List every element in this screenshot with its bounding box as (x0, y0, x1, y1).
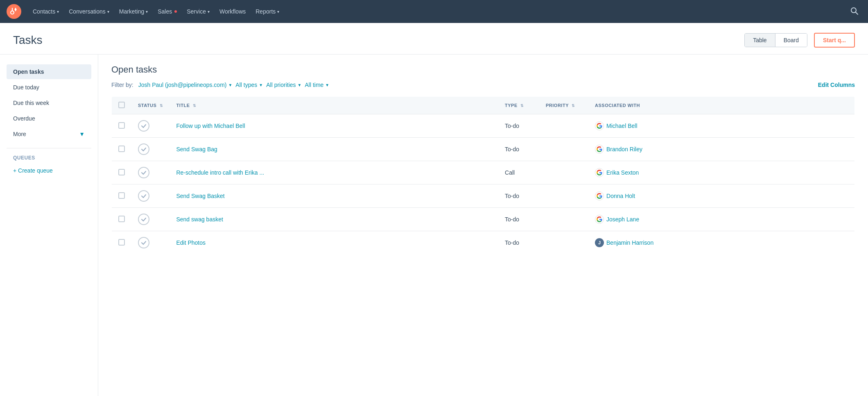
row-title-cell: Re-schedule intro call with Erika ... (170, 161, 498, 184)
row-priority-cell (539, 161, 588, 184)
sidebar-item-due-this-week[interactable]: Due this week (7, 96, 91, 110)
row-checkbox[interactable] (118, 169, 125, 175)
tasks-table-body: Follow up with Michael BellTo-doMichael … (112, 114, 855, 255)
row-title-cell: Edit Photos (170, 231, 498, 255)
nav-dot-icon (174, 10, 177, 13)
main-content: Open tasksDue todayDue this weekOverdueM… (0, 55, 868, 396)
row-title-cell: Send Swag Basket (170, 184, 498, 208)
sidebar-divider (7, 148, 91, 148)
nav-item-contacts[interactable]: Contacts▾ (28, 5, 64, 18)
task-title-link[interactable]: Send Swag Basket (176, 193, 224, 199)
avatar-icon: J (595, 238, 604, 247)
row-checkbox[interactable] (118, 239, 125, 246)
row-checkbox-cell (112, 138, 132, 161)
nav-item-service[interactable]: Service▾ (182, 5, 215, 18)
task-title-link[interactable]: Send swag basket (176, 216, 223, 223)
table-row: Re-schedule intro call with Erika ...Cal… (112, 161, 855, 184)
row-checkbox[interactable] (118, 216, 125, 222)
header-type[interactable]: TYPE ⇅ (498, 97, 539, 114)
header-associated: ASSOCIATED WITH (588, 97, 854, 114)
row-title-cell: Follow up with Michael Bell (170, 114, 498, 138)
row-checkbox[interactable] (118, 146, 125, 152)
header-priority[interactable]: PRIORITY ⇅ (539, 97, 588, 114)
row-checkbox-cell (112, 208, 132, 231)
row-checkbox-cell (112, 114, 132, 138)
row-checkbox[interactable] (118, 122, 125, 129)
associated-contact-name[interactable]: Benjamin Harrison (606, 239, 653, 246)
sidebar-item-open-tasks[interactable]: Open tasks (7, 64, 91, 79)
associated-contact-name[interactable]: Joseph Lane (606, 216, 639, 223)
nav-item-conversations[interactable]: Conversations▾ (64, 5, 114, 18)
status-circle[interactable] (138, 167, 149, 178)
row-type-cell: To-do (498, 231, 539, 255)
filter-priority-chevron: ▼ (298, 83, 302, 87)
table-row: Follow up with Michael BellTo-doMichael … (112, 114, 855, 138)
filter-user-chip[interactable]: Josh Paul (josh@pipelineops.com) ▼ (138, 82, 233, 88)
task-title-link[interactable]: Re-schedule intro call with Erika ... (176, 169, 264, 176)
nav-item-marketing[interactable]: Marketing▾ (114, 5, 153, 18)
task-title-link[interactable]: Edit Photos (176, 239, 206, 246)
nav-item-reports[interactable]: Reports▾ (251, 5, 284, 18)
row-status-cell (131, 184, 170, 208)
edit-columns-button[interactable]: Edit Columns (818, 82, 855, 88)
status-circle[interactable] (138, 190, 149, 202)
google-contact-icon (595, 191, 604, 200)
task-title-link[interactable]: Send Swag Bag (176, 146, 217, 152)
search-icon[interactable] (847, 3, 861, 20)
queues-label: QUEUES (7, 155, 91, 161)
filter-time-chevron: ▼ (325, 83, 329, 87)
row-status-cell (131, 231, 170, 255)
table-view-button[interactable]: Table (745, 34, 775, 47)
row-associated-cell: Erika Sexton (588, 161, 854, 184)
associated-contact-name[interactable]: Brandon Riley (606, 146, 642, 152)
google-contact-icon (595, 168, 604, 177)
row-type-cell: To-do (498, 184, 539, 208)
task-title-link[interactable]: Follow up with Michael Bell (176, 123, 245, 129)
filter-time-chip[interactable]: All time ▼ (305, 82, 329, 88)
table-row: Send Swag BagTo-doBrandon Riley (112, 138, 855, 161)
row-type-cell: To-do (498, 208, 539, 231)
row-associated-cell: Joseph Lane (588, 208, 854, 231)
table-row: Edit PhotosTo-doJBenjamin Harrison (112, 231, 855, 255)
table-header: STATUS ⇅ TITLE ⇅ TYPE ⇅ PRIORITY ⇅ ASSOC… (112, 97, 855, 114)
create-queue-button[interactable]: + Create queue (7, 164, 91, 177)
row-associated-cell: Brandon Riley (588, 138, 854, 161)
status-circle[interactable] (138, 120, 149, 132)
status-circle[interactable] (138, 237, 149, 248)
status-circle[interactable] (138, 214, 149, 225)
header-status[interactable]: STATUS ⇅ (131, 97, 170, 114)
row-status-cell (131, 161, 170, 184)
row-checkbox[interactable] (118, 192, 125, 199)
row-title-cell: Send swag basket (170, 208, 498, 231)
google-contact-icon (595, 215, 604, 224)
table-row: Send swag basketTo-doJoseph Lane (112, 208, 855, 231)
type-sort-icon: ⇅ (520, 104, 524, 108)
associated-contact-name[interactable]: Erika Sexton (606, 169, 639, 176)
filter-bar: Filter by: Josh Paul (josh@pipelineops.c… (111, 82, 855, 88)
associated-contact-name[interactable]: Michael Bell (606, 123, 637, 129)
status-circle[interactable] (138, 143, 149, 155)
filter-type-chevron: ▼ (259, 83, 263, 87)
select-all-checkbox[interactable] (118, 102, 125, 108)
sidebar-item-more[interactable]: More▼ (7, 127, 91, 141)
google-contact-icon (595, 145, 604, 154)
filter-priority-chip[interactable]: All priorities ▼ (266, 82, 301, 88)
filter-type-chip[interactable]: All types ▼ (235, 82, 263, 88)
board-view-button[interactable]: Board (775, 34, 807, 47)
sidebar-item-overdue[interactable]: Overdue (7, 111, 91, 126)
page-header: Tasks Table Board Start q... (0, 23, 868, 55)
nav-chevron-icon: ▾ (208, 9, 210, 14)
nav-item-sales[interactable]: Sales (153, 5, 182, 18)
row-status-cell (131, 114, 170, 138)
row-type-cell: Call (498, 161, 539, 184)
start-queue-button[interactable]: Start q... (814, 33, 855, 48)
top-navigation: Contacts▾Conversations▾Marketing▾SalesSe… (0, 0, 868, 23)
row-priority-cell (539, 231, 588, 255)
header-select-all[interactable] (112, 97, 132, 114)
hubspot-logo[interactable] (7, 4, 21, 19)
sidebar-item-due-today[interactable]: Due today (7, 80, 91, 95)
nav-item-workflows[interactable]: Workflows (215, 5, 251, 18)
svg-point-2 (851, 8, 856, 13)
header-title[interactable]: TITLE ⇅ (170, 97, 498, 114)
associated-contact-name[interactable]: Donna Holt (606, 193, 635, 199)
